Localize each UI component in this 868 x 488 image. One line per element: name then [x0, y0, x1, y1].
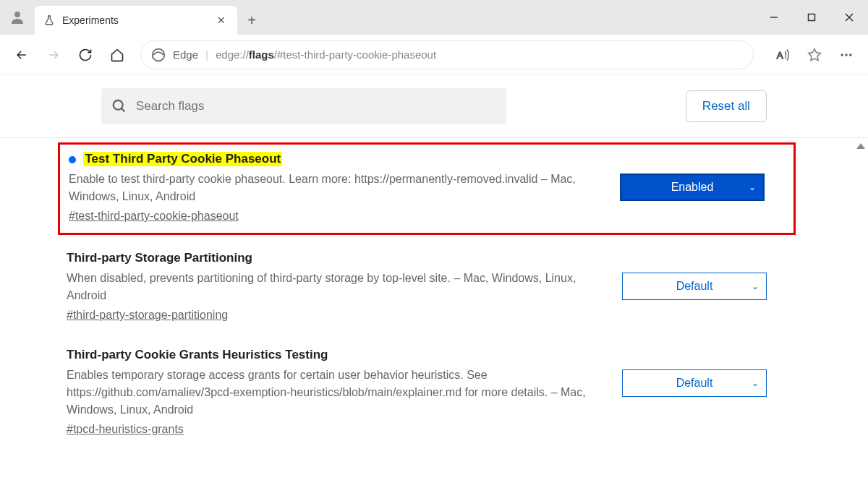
flag-anchor-link[interactable]: #tpcd-heuristics-grants — [67, 423, 608, 436]
flag-anchor-link[interactable]: #test-third-party-cookie-phaseout — [69, 210, 605, 223]
address-bar[interactable]: Edge | edge://flags/#test-third-party-co… — [140, 40, 754, 69]
flag-title: Test Third Party Cookie Phaseout — [83, 152, 282, 166]
flag-title: Third-party Storage Partitioning — [67, 251, 252, 265]
edge-logo-icon — [151, 48, 166, 62]
flag-description: Enable to test third-party cookie phaseo… — [69, 171, 605, 205]
forward-button — [39, 40, 68, 69]
svg-rect-2 — [809, 14, 815, 21]
flag-select-dropdown[interactable]: Enabled ⌄ — [620, 174, 765, 201]
url-display: edge://flags/#test-third-party-cookie-ph… — [216, 48, 436, 61]
flag-item: Third-party Storage Partitioning When di… — [0, 239, 868, 336]
select-value: Default — [676, 377, 713, 390]
search-input[interactable] — [136, 99, 496, 114]
close-window-button[interactable] — [830, 0, 868, 35]
reset-all-button[interactable]: Reset all — [686, 90, 767, 122]
flag-description: When disabled, prevents partitioning of … — [67, 270, 608, 304]
window-controls — [755, 0, 868, 35]
modified-dot-icon — [69, 156, 76, 163]
svg-point-7 — [841, 53, 843, 56]
tab-close-button[interactable]: ✕ — [214, 13, 229, 27]
flag-item: Third-party Cookie Grants Heuristics Tes… — [0, 336, 868, 450]
home-button[interactable] — [103, 40, 132, 69]
toolbar-right: A — [768, 40, 861, 69]
address-separator: | — [205, 48, 208, 61]
search-icon — [111, 98, 127, 114]
chevron-down-icon: ⌄ — [749, 182, 756, 192]
svg-point-8 — [845, 53, 847, 56]
search-box[interactable] — [101, 88, 506, 124]
titlebar: Experiments ✕ + — [0, 0, 868, 35]
flask-icon — [43, 14, 55, 26]
toolbar: Edge | edge://flags/#test-third-party-co… — [0, 35, 868, 75]
read-aloud-button[interactable]: A — [768, 40, 797, 69]
svg-point-9 — [849, 53, 851, 56]
flag-select-dropdown[interactable]: Default ⌄ — [622, 369, 767, 397]
minimize-button[interactable] — [755, 0, 793, 35]
new-tab-button[interactable]: + — [237, 6, 266, 35]
flag-anchor-link[interactable]: #third-party-storage-partitioning — [67, 309, 608, 322]
search-row: Reset all — [0, 82, 868, 138]
flag-select-dropdown[interactable]: Default ⌄ — [622, 273, 767, 300]
chevron-down-icon: ⌄ — [752, 281, 759, 291]
flag-item-highlighted: Test Third Party Cookie Phaseout Enable … — [58, 142, 796, 235]
select-value: Enabled — [671, 181, 714, 194]
scroll-up-arrow-icon[interactable] — [856, 143, 865, 149]
back-button[interactable] — [7, 40, 36, 69]
more-menu-button[interactable] — [832, 40, 861, 69]
browser-tab[interactable]: Experiments ✕ — [35, 6, 237, 35]
chevron-down-icon: ⌄ — [752, 378, 759, 388]
tab-title: Experiments — [62, 14, 214, 26]
edge-label: Edge — [173, 48, 198, 61]
favorite-button[interactable] — [800, 40, 829, 69]
page-content: Reset all Test Third Party Cookie Phaseo… — [0, 75, 868, 488]
svg-point-0 — [14, 12, 20, 17]
flag-title: Third-party Cookie Grants Heuristics Tes… — [67, 348, 328, 362]
profile-icon[interactable] — [0, 0, 35, 35]
svg-point-10 — [114, 100, 123, 110]
select-value: Default — [676, 280, 713, 293]
flag-description: Enables temporary storage access grants … — [67, 367, 608, 419]
maximize-button[interactable] — [793, 0, 830, 35]
refresh-button[interactable] — [71, 40, 100, 69]
svg-text:A: A — [777, 50, 783, 61]
svg-line-11 — [122, 108, 125, 112]
flags-list: Test Third Party Cookie Phaseout Enable … — [0, 142, 868, 450]
